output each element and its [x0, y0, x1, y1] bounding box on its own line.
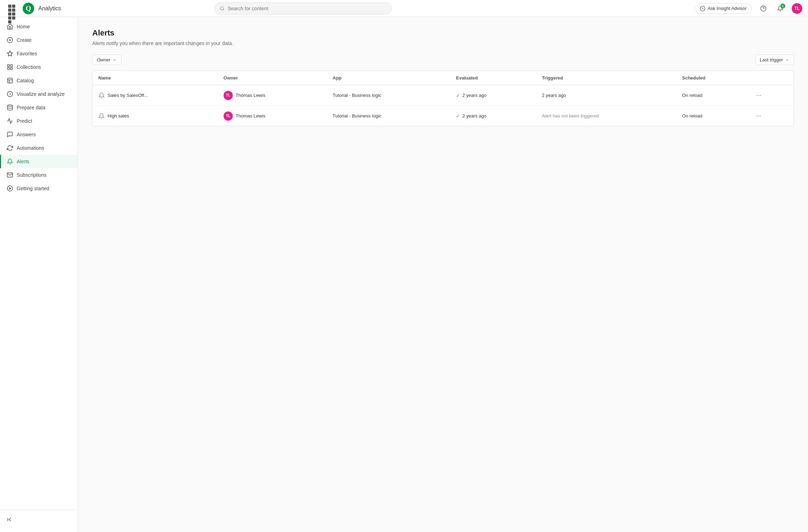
qlik-logo-svg: Q [22, 2, 35, 15]
sidebar-item-subscriptions[interactable]: Subscriptions [0, 168, 78, 182]
chevron-down-icon [112, 58, 117, 62]
sidebar-item-automations-label: Automations [17, 145, 44, 151]
alerts-table-body: Sales by SalesOff... TL Thomas Lewis Tut… [93, 85, 793, 126]
sort-label: Last trigger [760, 57, 783, 62]
home-icon [7, 23, 13, 30]
subscriptions-icon [7, 172, 13, 178]
help-button[interactable] [758, 3, 769, 14]
sidebar-item-getting-started[interactable]: Getting started [0, 182, 78, 195]
sidebar-item-collections-label: Collections [17, 64, 41, 70]
app-name: Analytics [38, 5, 61, 12]
more-options-button-1[interactable]: ··· [753, 111, 764, 121]
col-owner: Owner [218, 71, 327, 85]
owner-filter-button[interactable]: Owner [92, 55, 121, 65]
svg-rect-13 [7, 68, 9, 70]
col-triggered: Triggered [536, 71, 676, 85]
more-options-button-0[interactable]: ··· [753, 90, 764, 100]
sidebar-item-favorites[interactable]: Favorites [0, 47, 78, 60]
cell-more-0[interactable]: ··· [748, 85, 793, 106]
owner-avatar-1: TL [224, 111, 233, 121]
sidebar-item-subscriptions-label: Subscriptions [17, 172, 46, 178]
cell-evaluated-1: ✓ 2 years ago [450, 106, 536, 126]
cell-app-1: Tutorial - Business logic [327, 106, 450, 126]
sidebar-item-answers[interactable]: Answers [0, 128, 78, 141]
sidebar-item-home-label: Home [17, 24, 30, 29]
svg-line-18 [10, 94, 11, 95]
sidebar-item-predict[interactable]: Predict [0, 114, 78, 128]
favorites-icon [7, 50, 13, 57]
qlik-logo: Q [22, 2, 35, 15]
main-content: Alerts Alerts notify you when there are … [78, 17, 808, 532]
owner-name-1: Thomas Lewis [236, 113, 265, 119]
cell-evaluated-0: ✓ 2 years ago [450, 85, 536, 106]
user-avatar[interactable]: TL [792, 3, 802, 14]
table-header: Name Owner App Evaluated Triggered Sched… [93, 71, 793, 85]
predict-icon [7, 118, 13, 124]
triggered-text-0: 2 years ago [542, 93, 566, 98]
catalog-icon [7, 77, 13, 84]
sidebar-item-catalog[interactable]: Catalog [0, 74, 78, 87]
sidebar-item-create[interactable]: Create [0, 33, 78, 47]
sidebar-item-visualize[interactable]: Visualize and analyze [0, 87, 78, 101]
owner-filter-label: Owner [97, 57, 110, 62]
svg-rect-14 [11, 68, 12, 70]
sidebar-item-visualize-label: Visualize and analyze [17, 91, 65, 97]
cell-scheduled-1: On reload [676, 106, 748, 126]
grid-icon [8, 5, 16, 12]
cell-scheduled-0: On reload [676, 85, 748, 106]
sidebar-item-collections[interactable]: Collections [0, 60, 78, 74]
notification-button[interactable]: 1 [775, 3, 786, 14]
grid-menu-button[interactable] [6, 2, 18, 15]
sidebar-item-favorites-label: Favorites [17, 51, 37, 56]
sidebar-item-alerts[interactable]: Alerts [0, 155, 78, 168]
prepare-icon [7, 104, 13, 111]
search-icon [220, 6, 225, 11]
check-icon: ✓ [456, 113, 460, 119]
insight-advisor-label: Ask Insight Advisor [708, 6, 747, 11]
sidebar-item-alerts-label: Alerts [17, 159, 29, 164]
alert-name-0[interactable]: Sales by SalesOff... [108, 93, 148, 98]
cell-more-1[interactable]: ··· [748, 106, 793, 126]
alert-name-1[interactable]: High sales [108, 113, 129, 119]
table-row: High sales TL Thomas Lewis Tutorial - Bu… [93, 106, 793, 126]
cell-owner-1: TL Thomas Lewis [218, 106, 327, 126]
cell-owner-0: TL Thomas Lewis [218, 85, 327, 106]
topbar-left: Q Analytics [6, 2, 61, 15]
sidebar-bottom [0, 510, 78, 529]
svg-point-20 [7, 186, 13, 191]
sidebar-item-predict-label: Predict [17, 118, 32, 124]
col-app: App [327, 71, 450, 85]
page-subtitle: Alerts notify you when there are importa… [92, 40, 794, 46]
create-icon [7, 37, 13, 43]
check-icon: ✓ [456, 93, 460, 98]
triggered-text-1: Alert has not been triggered [542, 113, 599, 119]
svg-text:Q: Q [26, 4, 31, 12]
col-scheduled: Scheduled [676, 71, 748, 85]
svg-rect-12 [11, 65, 12, 66]
col-evaluated: Evaluated [450, 71, 536, 85]
sort-button[interactable]: Last trigger [755, 55, 794, 65]
table-row: Sales by SalesOff... TL Thomas Lewis Tut… [93, 85, 793, 106]
alerts-table-container: Name Owner App Evaluated Triggered Sched… [92, 71, 794, 126]
alert-row-icon [98, 92, 105, 99]
svg-rect-11 [7, 65, 9, 66]
alert-row-icon [98, 113, 105, 119]
evaluated-text-0: 2 years ago [462, 93, 487, 98]
sidebar-item-automations[interactable]: Automations [0, 141, 78, 155]
search-input[interactable] [227, 6, 386, 11]
notification-badge: 1 [780, 4, 785, 9]
insight-advisor-button[interactable]: Ask Insight Advisor [694, 3, 752, 14]
search-bar[interactable] [214, 2, 392, 15]
answers-icon [7, 131, 13, 138]
main-layout: Home Create Favorites Collections Catalo… [0, 17, 808, 532]
sidebar-item-prepare[interactable]: Prepare data [0, 101, 78, 114]
topbar: Q Analytics Ask Insight Advisor 1 [0, 0, 808, 17]
sidebar-item-home[interactable]: Home [0, 20, 78, 33]
cell-app-0: Tutorial - Business logic [327, 85, 450, 106]
page-title: Alerts [92, 28, 794, 38]
sidebar-collapse-button[interactable] [0, 513, 78, 526]
svg-point-2 [220, 6, 224, 10]
topbar-right: Ask Insight Advisor 1 TL [694, 3, 802, 14]
sidebar: Home Create Favorites Collections Catalo… [0, 17, 78, 532]
sidebar-item-answers-label: Answers [17, 132, 36, 137]
